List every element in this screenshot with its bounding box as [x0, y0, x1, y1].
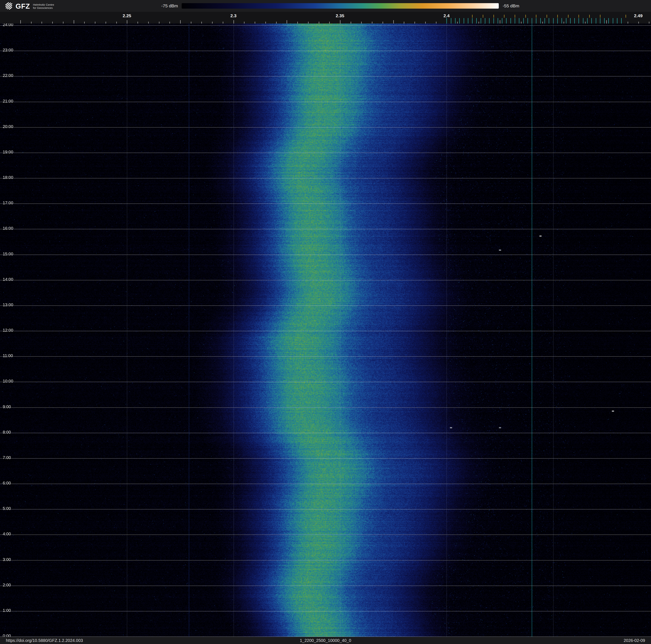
- channel-marker-tick: [579, 18, 579, 24]
- freq-gridline: [553, 24, 554, 637]
- freq-minor-tick: [628, 22, 628, 24]
- freq-minor-tick: [372, 22, 372, 24]
- marker-line: [189, 24, 189, 637]
- freq-minor-tick: [116, 22, 117, 24]
- channel-marker-tick: [481, 18, 481, 24]
- channel-marker-tick: [591, 18, 592, 24]
- channel-marker-tick: [459, 18, 460, 24]
- channel-marker-tick: [608, 18, 609, 24]
- hour-label: 17:00: [3, 201, 13, 205]
- hour-label: 12:00: [3, 328, 13, 333]
- channel-marker-tick: [528, 18, 528, 24]
- channel-marker-tick: [523, 18, 524, 24]
- hour-label: 15:00: [3, 252, 13, 256]
- freq-gridline: [446, 24, 447, 637]
- dataset-id-label: 1_2200_2500_10000_40_0: [300, 638, 351, 643]
- hour-label: 3:00: [3, 557, 11, 562]
- colorbar-min-label: -75 dBm: [161, 3, 178, 8]
- channel-marker-tick: [451, 18, 451, 24]
- brand-text: GFZ: [16, 2, 30, 11]
- channel-marker-tick: [557, 15, 558, 18]
- channel-marker-tick: [545, 18, 545, 24]
- gfz-logo: GFZ Helmholtz Centre for Geosciences: [5, 1, 54, 11]
- spectrogram-page: GFZ Helmholtz Centre for Geosciences -75…: [0, 0, 651, 644]
- frequency-axis: 2.252.32.352.42.49: [0, 12, 651, 24]
- channel-marker-tick: [483, 15, 483, 18]
- freq-axis-label: 2.35: [336, 13, 344, 18]
- hour-label: 13:00: [3, 302, 13, 307]
- freq-axis-label: 2.49: [634, 13, 643, 18]
- freq-minor-tick: [425, 22, 426, 24]
- freq-axis-label: 2.3: [230, 13, 237, 18]
- freq-minor-tick: [105, 22, 106, 24]
- hour-label: 5:00: [3, 506, 11, 511]
- freq-minor-tick: [319, 22, 319, 24]
- channel-marker-tick: [502, 18, 502, 24]
- freq-minor-tick: [340, 20, 340, 24]
- freq-minor-tick: [606, 20, 607, 24]
- freq-minor-tick: [351, 22, 351, 24]
- freq-minor-tick: [521, 22, 521, 24]
- channel-marker-tick: [579, 15, 579, 18]
- channel-marker-tick: [568, 15, 568, 18]
- freq-gridline: [127, 24, 127, 637]
- marker-line: [532, 24, 532, 637]
- gfz-logo-icon: [5, 1, 13, 11]
- channel-marker-tick: [525, 15, 526, 18]
- hour-label: 20:00: [3, 124, 13, 129]
- hour-label: 23:00: [3, 48, 13, 53]
- freq-minor-tick: [202, 22, 202, 24]
- channel-marker-tick: [485, 18, 485, 24]
- freq-minor-tick: [308, 22, 309, 24]
- freq-gridline: [234, 24, 234, 637]
- freq-minor-tick: [244, 22, 244, 24]
- freq-minor-tick: [276, 22, 277, 24]
- freq-minor-tick: [137, 22, 138, 24]
- hour-label: 24:00: [3, 24, 13, 27]
- freq-minor-tick: [436, 22, 436, 24]
- channel-marker-tick: [476, 18, 477, 24]
- channel-marker-tick: [519, 18, 519, 24]
- channel-marker-tick: [617, 18, 617, 24]
- freq-minor-tick: [383, 22, 383, 24]
- freq-minor-tick: [404, 22, 404, 24]
- freq-minor-tick: [585, 22, 586, 24]
- hour-label: 8:00: [3, 430, 11, 435]
- freq-minor-tick: [148, 22, 149, 24]
- hour-label: 14:00: [3, 277, 13, 282]
- channel-marker-tick: [510, 18, 511, 24]
- freq-minor-tick: [191, 22, 191, 24]
- channel-marker-tick: [553, 18, 554, 24]
- freq-minor-tick: [649, 22, 649, 24]
- channel-marker-tick: [494, 18, 494, 24]
- hour-label: 6:00: [3, 481, 11, 486]
- freq-minor-tick: [361, 22, 362, 24]
- freq-minor-tick: [639, 22, 639, 24]
- channel-marker-tick: [468, 18, 468, 24]
- freq-minor-tick: [234, 20, 234, 24]
- freq-minor-tick: [52, 22, 53, 24]
- channel-marker-tick: [498, 18, 498, 24]
- freq-minor-tick: [266, 22, 266, 24]
- channel-marker-tick: [506, 18, 506, 24]
- channel-marker-tick: [621, 18, 622, 24]
- channel-marker-tick: [600, 18, 600, 24]
- freq-minor-tick: [63, 22, 63, 24]
- colorbar-gradient: [182, 3, 499, 9]
- freq-minor-tick: [223, 22, 223, 24]
- freq-minor-tick: [329, 22, 330, 24]
- channel-marker-tick: [515, 15, 515, 18]
- channel-marker-tick: [566, 18, 566, 24]
- spectrogram-plot: 24:0023:0022:0021:0020:0019:0018:0017:00…: [0, 24, 651, 637]
- channel-marker-tick: [494, 15, 494, 18]
- channel-marker-tick: [604, 18, 604, 24]
- hour-label: 16:00: [3, 226, 13, 231]
- freq-axis-label: 2.4: [443, 13, 450, 18]
- doi-link[interactable]: https://doi.org/10.5880/GFZ.1.2.2024.003: [6, 638, 83, 643]
- hour-label: 21:00: [3, 98, 13, 104]
- hour-label: 1:00: [3, 608, 11, 613]
- channel-marker-tick: [557, 18, 558, 24]
- channel-marker-tick: [515, 18, 515, 24]
- freq-minor-tick: [212, 22, 213, 24]
- brand-subtitle-line2: for Geosciences: [33, 6, 53, 9]
